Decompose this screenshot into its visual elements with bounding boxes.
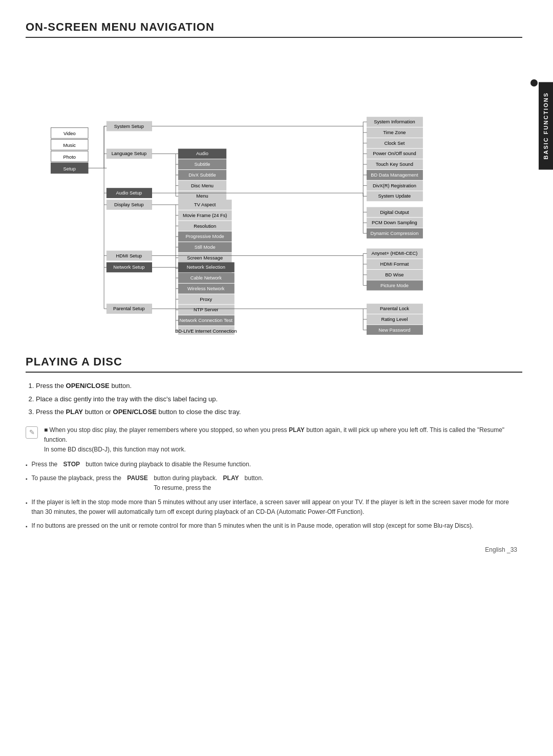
- step-3: Press the PLAY button or OPEN/CLOSE butt…: [36, 407, 522, 417]
- menu-screen-message: Screen Message: [187, 255, 223, 261]
- bullet2-bold1: PAUSE: [125, 473, 150, 483]
- menu-clock-set: Clock Set: [384, 141, 405, 146]
- menu-network-setup: Network Setup: [113, 265, 144, 270]
- menu-photo: Photo: [63, 155, 76, 160]
- menu-time-zone: Time Zone: [383, 130, 406, 135]
- menu-hdmi-setup: HDMI Setup: [116, 253, 142, 258]
- menu-audio: Audio: [196, 151, 208, 156]
- side-tab-label: BASIC FUNCTIONS: [543, 92, 549, 159]
- side-tab-dot: [530, 79, 538, 87]
- menu-menu: Menu: [196, 193, 208, 199]
- menu-ntp-server: NTP Server: [194, 307, 219, 312]
- step3-bold1: PLAY: [66, 408, 83, 416]
- menu-diagram: Video Music Photo Setup System Setup Lan…: [26, 48, 522, 335]
- menu-cable-network: Cable Network: [190, 275, 222, 280]
- bullet1-bold: STOP: [61, 460, 81, 469]
- menu-wireless-network: Wireless Network: [187, 286, 225, 291]
- menu-system-update: System Update: [378, 193, 411, 199]
- menu-still-mode: Still Mode: [195, 245, 216, 250]
- menu-network-connection-test: Network Connection Test: [179, 318, 232, 323]
- bullet-4: If no buttons are pressed on the unit or…: [26, 521, 522, 531]
- note-content: ■ When you stop disc play, the player re…: [44, 425, 522, 455]
- side-tab-basic-functions: BASIC FUNCTIONS: [539, 82, 553, 169]
- menu-video: Video: [63, 131, 76, 136]
- menu-touch-key-sound: Touch Key Sound: [376, 162, 413, 167]
- menu-svg: Video Music Photo Setup System Setup Lan…: [26, 48, 522, 335]
- menu-setup: Setup: [63, 166, 76, 171]
- page-content: ON-SCREEN MENU NAVIGATION Video Music Ph…: [0, 0, 553, 574]
- menu-tv-aspect: TV Aspect: [194, 202, 216, 207]
- steps-list: Press the OPEN/CLOSE button. Place a dis…: [36, 381, 522, 417]
- step-2: Place a disc gently into the tray with t…: [36, 394, 522, 404]
- bullet-2: To pause the playback, press the PAUSE b…: [26, 473, 522, 493]
- menu-resolution: Resolution: [194, 224, 216, 229]
- menu-system-information: System Information: [374, 119, 415, 124]
- menu-movie-frame: Movie Frame (24 Fs): [183, 213, 227, 218]
- section-title-playing-disc: PLAYING A DISC: [26, 355, 522, 373]
- step1-bold: OPEN/CLOSE: [66, 382, 110, 390]
- note-box: ✎ ■ When you stop disc play, the player …: [26, 425, 522, 455]
- menu-subtitle: Subtitle: [194, 162, 210, 167]
- menu-progressive-mode: Progressive Mode: [186, 234, 224, 239]
- menu-power-sound: Power On/Off sound: [373, 151, 416, 156]
- menu-rating-level: Rating Level: [381, 317, 408, 322]
- menu-dynamic-compression: Dynamic Compression: [370, 231, 418, 236]
- menu-bd-wise: BD Wise: [385, 272, 403, 277]
- page-number: English _33: [26, 546, 522, 553]
- menu-bd-data-management: BD Data Management: [371, 172, 418, 178]
- menu-audio-setup: Audio Setup: [116, 190, 142, 196]
- step-1: Press the OPEN/CLOSE button.: [36, 381, 522, 391]
- menu-anynet: Anynet+ (HDMI-CEC): [371, 251, 417, 256]
- section-title-menu-nav: ON-SCREEN MENU NAVIGATION: [26, 20, 522, 38]
- menu-music: Music: [63, 143, 76, 148]
- menu-parental-lock: Parental Lock: [380, 306, 409, 311]
- menu-divx-subtitle: DivX Subtitle: [188, 172, 216, 178]
- note-line-1: ■ When you stop disc play, the player re…: [44, 425, 522, 455]
- bullet2-bold2: PLAY: [221, 473, 240, 483]
- playing-disc-section: PLAYING A DISC Press the OPEN/CLOSE butt…: [26, 355, 522, 531]
- menu-divxr-registration: DivX(R) Registration: [373, 183, 416, 188]
- bullet-3: If the player is left in the stop mode m…: [26, 498, 522, 517]
- menu-disc-menu: Disc Menu: [191, 183, 214, 188]
- menu-picture-mode: Picture Mode: [380, 283, 409, 288]
- note-icon: ✎: [26, 426, 38, 439]
- menu-digital-output: Digital Output: [380, 210, 409, 215]
- menu-bdlive: BD-LIVE Internet Connection: [175, 329, 237, 334]
- menu-pcm-down-sampling: PCM Down Sampling: [372, 220, 417, 225]
- menu-proxy: Proxy: [200, 297, 212, 302]
- menu-new-password: New Password: [378, 328, 410, 333]
- menu-parental-setup: Parental Setup: [113, 306, 145, 311]
- bullet-list: Press the STOP button twice during playb…: [26, 460, 522, 531]
- bullet-1: Press the STOP button twice during playb…: [26, 460, 522, 469]
- menu-display-setup: Display Setup: [114, 202, 144, 207]
- menu-language-setup: Language Setup: [112, 151, 146, 156]
- menu-system-setup: System Setup: [114, 124, 144, 129]
- menu-network-selection: Network Selection: [187, 265, 225, 270]
- step3-bold2: OPEN/CLOSE: [113, 408, 157, 416]
- menu-hdmi-format: HDMI Format: [380, 262, 409, 267]
